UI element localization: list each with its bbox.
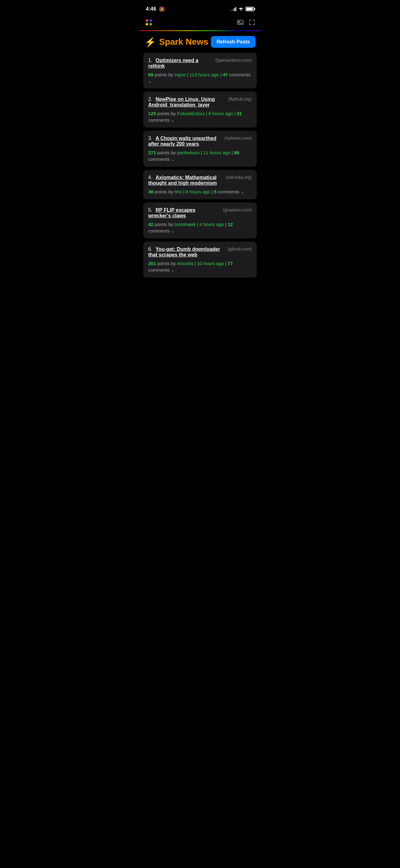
app-logo xyxy=(144,18,153,28)
news-card-4: 4. Axiomatics: Mathematical thought and … xyxy=(143,170,257,199)
news-meta-1: 69 points by ingve | 113 hours ago | 47 … xyxy=(148,72,252,84)
meta-points-1: 69 xyxy=(148,72,154,77)
meta-comments-2: 31 xyxy=(237,111,242,116)
meta-author-3[interactable]: perihelions xyxy=(177,150,200,155)
news-meta-4: 38 points by hhs | 8 hours ago | 5 comme… xyxy=(148,189,252,194)
news-meta-5: 42 points by tomohawk | 4 hours ago | 12… xyxy=(148,222,252,234)
news-title-left-1: 1. Optimizers need a rethink xyxy=(148,58,210,69)
header-title-group: ⚡ Spark News xyxy=(144,37,208,48)
status-icons xyxy=(231,6,254,12)
chevron-down-icon-3[interactable]: ⌄ xyxy=(171,157,174,162)
meta-points-5: 42 xyxy=(148,222,154,227)
meta-time-4: 8 hours ago xyxy=(186,189,210,194)
status-bar: 4:46 🔕 xyxy=(139,0,261,16)
meta-points-4: 38 xyxy=(148,189,154,194)
svg-point-2 xyxy=(146,23,148,26)
news-source-6: (github.com) xyxy=(228,247,252,251)
news-card-1: 1. Optimizers need a rethink (typesaniti… xyxy=(143,53,257,89)
news-card-2: 2. NewPipe on Linux, Using Android_trans… xyxy=(143,92,257,128)
page-header: ⚡ Spark News Refresh Posts xyxy=(139,31,261,52)
news-source-4: (old.maa.org) xyxy=(226,175,252,180)
news-source-3: (nytimes.com) xyxy=(225,136,252,141)
news-title-4[interactable]: Axiomatics: Mathematical thought and hig… xyxy=(148,175,217,186)
news-title-left-4: 4. Axiomatics: Mathematical thought and … xyxy=(148,175,221,186)
news-card-3: 3. A Chopin waltz unearthed after nearly… xyxy=(143,131,257,167)
meta-time-1: 113 hours ago xyxy=(190,72,219,77)
lightning-icon: ⚡ xyxy=(144,37,156,48)
meta-author-5[interactable]: tomohawk xyxy=(174,222,196,227)
battery-icon xyxy=(245,7,254,11)
app-title: Spark News xyxy=(159,37,208,47)
image-icon[interactable] xyxy=(237,19,244,27)
meta-points-3: 273 xyxy=(148,150,156,155)
news-title-left-5: 5. RP FLIP escapes wrecker's claws xyxy=(148,207,218,219)
news-number-6: 6. xyxy=(148,247,152,252)
meta-time-5: 4 hours ago xyxy=(199,222,224,227)
wifi-icon xyxy=(238,6,244,12)
news-title-6[interactable]: You-get: Dumb downloader that scrapes th… xyxy=(148,247,220,257)
chevron-down-icon-4[interactable]: ⌄ xyxy=(241,189,244,194)
meta-comments-6: 77 xyxy=(228,261,233,266)
top-nav-icons xyxy=(237,19,256,27)
news-title-left-3: 3. A Chopin waltz unearthed after nearly… xyxy=(148,136,220,147)
meta-comments-4: 5 xyxy=(214,189,216,194)
news-title-3[interactable]: A Chopin waltz unearthed after nearly 20… xyxy=(148,136,216,147)
news-number-2: 2. xyxy=(148,97,152,102)
news-number-4: 4. xyxy=(148,175,152,180)
meta-author-2[interactable]: FuturisticGoo xyxy=(177,111,205,116)
news-card-5: 5. RP FLIP escapes wrecker's claws (gcap… xyxy=(143,203,257,239)
svg-point-3 xyxy=(149,23,152,26)
meta-time-6: 10 hours ago xyxy=(197,261,224,266)
meta-comments-3: 89 xyxy=(234,150,239,155)
news-meta-3: 273 points by perihelions | 11 hours ago… xyxy=(148,150,252,162)
meta-comments-1: 47 xyxy=(223,72,228,77)
meta-time-3: 11 hours ago xyxy=(203,150,231,155)
chevron-down-icon-2[interactable]: ⌄ xyxy=(171,118,174,123)
expand-icon[interactable] xyxy=(249,19,256,27)
meta-points-6: 201 xyxy=(148,261,156,266)
chevron-down-icon-6[interactable]: ⌄ xyxy=(171,268,174,273)
news-meta-2: 125 points by FuturisticGoo | 6 hours ag… xyxy=(148,111,252,123)
chevron-down-icon-1[interactable]: ⌄ xyxy=(148,79,152,84)
chevron-down-icon-5[interactable]: ⌄ xyxy=(171,228,174,234)
meta-comments-5: 12 xyxy=(228,222,233,227)
news-number-5: 5. xyxy=(148,207,152,213)
news-card-6: 6. You-get: Dumb downloader that scrapes… xyxy=(143,242,257,278)
news-title-5[interactable]: RP FLIP escapes wrecker's claws xyxy=(148,207,195,218)
top-nav xyxy=(139,16,261,31)
news-source-1: (typesanitizer.com) xyxy=(215,58,252,63)
news-title-left-6: 6. You-get: Dumb downloader that scrapes… xyxy=(148,247,223,258)
news-number-1: 1. xyxy=(148,58,152,63)
meta-author-1[interactable]: ingve xyxy=(174,72,186,77)
refresh-posts-button[interactable]: Refresh Posts xyxy=(211,36,256,48)
news-list: 1. Optimizers need a rethink (typesaniti… xyxy=(139,52,261,279)
news-meta-6: 201 points by Anon84 | 10 hours ago | 77… xyxy=(148,261,252,273)
news-source-5: (gcaptain.com) xyxy=(223,207,252,212)
meta-author-4[interactable]: hhs xyxy=(174,189,182,194)
news-title-1[interactable]: Optimizers need a rethink xyxy=(148,58,198,69)
svg-point-1 xyxy=(149,19,152,22)
signal-icon xyxy=(231,7,236,11)
meta-time-2: 6 hours ago xyxy=(208,111,233,116)
status-time: 4:46 xyxy=(146,6,156,12)
news-title-2[interactable]: NewPipe on Linux, Using Android_translat… xyxy=(148,97,215,107)
meta-author-6[interactable]: Anon84 xyxy=(177,261,193,266)
news-title-left-2: 2. NewPipe on Linux, Using Android_trans… xyxy=(148,97,224,108)
news-source-2: (flathub.org) xyxy=(229,97,252,101)
bell-icon: 🔕 xyxy=(159,6,165,12)
svg-point-0 xyxy=(146,19,148,22)
meta-points-2: 125 xyxy=(148,111,156,116)
news-number-3: 3. xyxy=(148,136,152,141)
